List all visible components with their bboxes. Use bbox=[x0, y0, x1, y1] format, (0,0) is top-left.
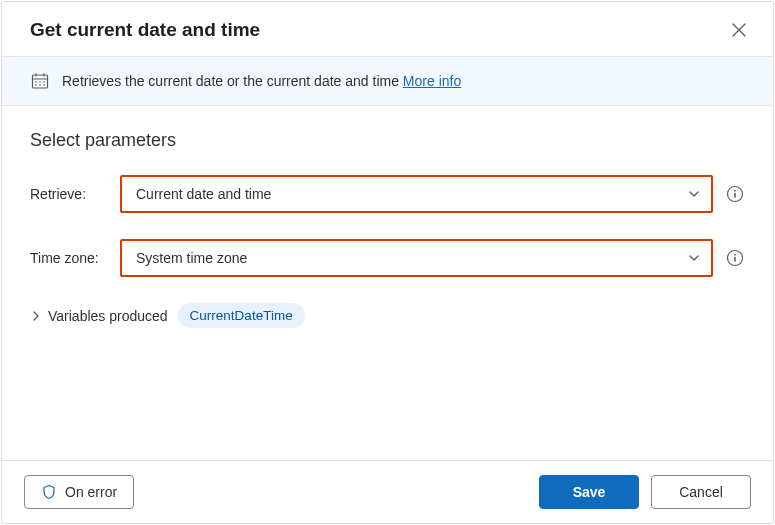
info-icon bbox=[726, 249, 744, 267]
cancel-label: Cancel bbox=[679, 484, 723, 500]
retrieve-label: Retrieve: bbox=[30, 186, 120, 202]
description-text: Retrieves the current date or the curren… bbox=[62, 73, 461, 89]
retrieve-info-button[interactable] bbox=[725, 184, 745, 204]
timezone-label: Time zone: bbox=[30, 250, 120, 266]
svg-point-8 bbox=[39, 84, 41, 86]
section-title: Select parameters bbox=[30, 130, 745, 151]
save-button[interactable]: Save bbox=[539, 475, 639, 509]
chevron-down-icon bbox=[687, 251, 701, 265]
svg-point-11 bbox=[734, 190, 736, 192]
retrieve-select[interactable]: Current date and time bbox=[120, 175, 713, 213]
svg-point-5 bbox=[39, 81, 41, 83]
more-info-link[interactable]: More info bbox=[403, 73, 461, 89]
on-error-button[interactable]: On error bbox=[24, 475, 134, 509]
description-bar: Retrieves the current date or the curren… bbox=[2, 56, 773, 106]
svg-rect-12 bbox=[734, 193, 736, 198]
description-text-main: Retrieves the current date or the curren… bbox=[62, 73, 399, 89]
dialog: Get current date and time Retrieves the … bbox=[1, 1, 774, 524]
svg-point-14 bbox=[734, 254, 736, 256]
close-icon bbox=[732, 23, 746, 37]
variables-produced-toggle[interactable]: Variables produced bbox=[30, 308, 168, 324]
variable-chip[interactable]: CurrentDateTime bbox=[178, 303, 305, 328]
param-row-retrieve: Retrieve: Current date and time bbox=[30, 175, 745, 213]
cancel-button[interactable]: Cancel bbox=[651, 475, 751, 509]
footer-right-buttons: Save Cancel bbox=[539, 475, 751, 509]
chevron-down-icon bbox=[687, 187, 701, 201]
shield-icon bbox=[41, 484, 57, 500]
timezone-select[interactable]: System time zone bbox=[120, 239, 713, 277]
svg-rect-15 bbox=[734, 257, 736, 262]
svg-point-4 bbox=[35, 81, 37, 83]
retrieve-value: Current date and time bbox=[136, 186, 271, 202]
timezone-info-button[interactable] bbox=[725, 248, 745, 268]
dialog-title: Get current date and time bbox=[30, 19, 260, 41]
timezone-select-wrap: System time zone bbox=[120, 239, 713, 277]
svg-point-9 bbox=[43, 84, 45, 86]
param-row-timezone: Time zone: System time zone bbox=[30, 239, 745, 277]
chevron-right-icon bbox=[30, 310, 42, 322]
info-icon bbox=[726, 185, 744, 203]
dialog-header: Get current date and time bbox=[2, 2, 773, 56]
retrieve-select-wrap: Current date and time bbox=[120, 175, 713, 213]
dialog-footer: On error Save Cancel bbox=[2, 460, 773, 523]
close-button[interactable] bbox=[727, 18, 751, 42]
svg-point-7 bbox=[35, 84, 37, 86]
calendar-icon bbox=[30, 71, 50, 91]
on-error-label: On error bbox=[65, 484, 117, 500]
dialog-body: Select parameters Retrieve: Current date… bbox=[2, 106, 773, 460]
svg-point-6 bbox=[43, 81, 45, 83]
timezone-value: System time zone bbox=[136, 250, 247, 266]
variables-produced-row: Variables produced CurrentDateTime bbox=[30, 303, 745, 328]
variables-produced-label: Variables produced bbox=[48, 308, 168, 324]
save-label: Save bbox=[573, 484, 606, 500]
